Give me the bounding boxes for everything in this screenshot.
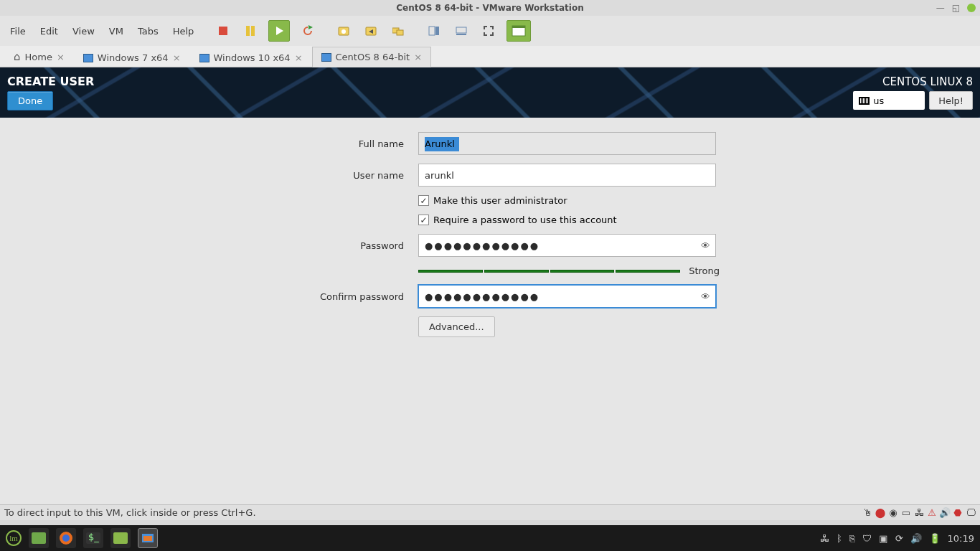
firefox-icon[interactable]	[56, 528, 76, 548]
host-window-title: CentOS 8 64-bit - VMware Workstation	[396, 3, 583, 13]
tab-label: Windows 7 x64	[98, 52, 169, 63]
taskbar-clock[interactable]: 10:19	[948, 533, 974, 544]
vm-thumbnails-button[interactable]	[452, 22, 471, 40]
username-label: User name	[260, 170, 404, 181]
vm-fullscreen-button[interactable]	[479, 22, 498, 40]
admin-checkbox-label: Make this user administrator	[433, 195, 567, 206]
host-maximize-icon[interactable]: ◱	[952, 3, 960, 13]
volume-tray-icon[interactable]: 🔊	[910, 533, 922, 544]
anaconda-header: CREATE USER Done CENTOS LINUX 8 us Help!	[0, 67, 980, 118]
vm-snapshot-manager-button[interactable]	[389, 22, 407, 40]
status-mouse-icon: 🖱	[862, 508, 872, 518]
svg-marker-4	[308, 25, 313, 29]
status-net-icon[interactable]: 🖧	[914, 508, 924, 518]
vm-snapshot-revert-button[interactable]	[362, 22, 380, 40]
network-tray-icon[interactable]: 🖧	[820, 533, 829, 544]
require-password-checkbox-label: Require a password to use this account	[433, 215, 617, 225]
require-password-checkbox-row[interactable]: Require a password to use this account	[418, 215, 720, 225]
tab-windows7[interactable]: Windows 7 x64 ×	[74, 47, 190, 67]
status-usb-icon[interactable]: ⚠	[927, 508, 937, 518]
status-disk-icon[interactable]: ⬤	[875, 508, 885, 518]
reveal-confirm-password-icon[interactable]: 👁	[701, 291, 710, 302]
host-close-icon[interactable]	[967, 4, 976, 12]
status-sound-icon[interactable]: 🔊	[940, 508, 950, 518]
advanced-button[interactable]: Advanced...	[418, 316, 495, 337]
reveal-password-icon[interactable]: 👁	[701, 240, 710, 251]
vm-icon	[83, 54, 93, 62]
menu-view[interactable]: View	[67, 23, 100, 39]
help-button[interactable]: Help!	[929, 91, 973, 110]
status-display-icon[interactable]: 🖵	[966, 508, 976, 518]
admin-checkbox-row[interactable]: Make this user administrator	[418, 195, 720, 206]
svg-rect-2	[251, 26, 255, 36]
tab-windows10[interactable]: Windows 10 x64 ×	[190, 47, 312, 67]
status-cd-icon[interactable]: ◉	[888, 508, 898, 518]
menu-file[interactable]: File	[4, 23, 32, 39]
refresh-tray-icon[interactable]: ⟳	[895, 533, 903, 544]
guest-display[interactable]: CREATE USER Done CENTOS LINUX 8 us Help!…	[0, 67, 980, 504]
start-menu-icon[interactable]: lm	[6, 530, 22, 546]
tab-close-icon[interactable]: ×	[414, 52, 422, 62]
done-button[interactable]: Done	[7, 91, 53, 110]
menu-tabs[interactable]: Tabs	[132, 23, 164, 39]
vm-icon	[199, 54, 209, 62]
confirm-password-input[interactable]	[418, 285, 716, 308]
tab-label: Home	[25, 52, 52, 62]
status-floppy-icon[interactable]: ▭	[901, 508, 911, 518]
svg-rect-13	[456, 27, 466, 33]
disk-tray-icon[interactable]: ▣	[879, 533, 887, 544]
menu-vm[interactable]: VM	[103, 23, 129, 39]
updates-tray-icon[interactable]: ⎘	[849, 533, 855, 544]
password-strength-meter	[418, 270, 680, 273]
menu-help[interactable]: Help	[167, 23, 200, 39]
keyboard-layout-label: us	[873, 95, 884, 106]
tab-centos8[interactable]: CentOS 8 64-bit ×	[312, 47, 432, 67]
vm-power-off-button[interactable]	[214, 22, 232, 40]
host-titlebar: CentOS 8 64-bit - VMware Workstation — ◱	[0, 0, 980, 16]
tab-home[interactable]: Home ×	[4, 45, 74, 67]
vmware-taskbar-icon[interactable]	[138, 528, 158, 548]
vm-power-on-button[interactable]	[268, 20, 290, 42]
svg-rect-24	[143, 536, 152, 541]
file-manager-icon[interactable]	[29, 528, 49, 548]
shield-tray-icon[interactable]: 🛡	[862, 533, 872, 544]
menu-edit[interactable]: Edit	[34, 23, 64, 39]
vm-unity-button[interactable]	[507, 20, 531, 42]
svg-rect-10	[397, 30, 403, 35]
keyboard-indicator[interactable]: us	[853, 91, 925, 110]
status-printer-icon[interactable]: ⬣	[953, 508, 963, 518]
svg-rect-14	[456, 34, 466, 35]
terminal-icon[interactable]: $_	[83, 528, 103, 548]
tab-close-icon[interactable]: ×	[57, 52, 65, 62]
vmware-status-hint: To direct input to this VM, click inside…	[4, 507, 256, 518]
svg-point-19	[62, 534, 70, 542]
vm-snapshot-take-button[interactable]	[334, 22, 353, 40]
files-icon[interactable]	[110, 528, 131, 548]
require-password-checkbox[interactable]	[418, 215, 429, 225]
battery-tray-icon[interactable]: 🔋	[929, 533, 941, 544]
password-label: Password	[260, 240, 404, 251]
admin-checkbox[interactable]	[418, 195, 429, 206]
tab-close-icon[interactable]: ×	[173, 52, 181, 63]
svg-rect-11	[429, 27, 435, 35]
vmware-menubar: File Edit View VM Tabs Help	[0, 16, 980, 46]
vmware-tabbar: Home × Windows 7 x64 × Windows 10 x64 × …	[0, 46, 980, 67]
fullname-input[interactable]	[418, 132, 716, 155]
svg-point-6	[341, 29, 346, 34]
vm-show-console-button[interactable]	[425, 22, 443, 40]
vm-restart-button[interactable]	[298, 22, 317, 40]
svg-rect-1	[246, 26, 250, 36]
tab-close-icon[interactable]: ×	[295, 52, 303, 63]
vm-suspend-button[interactable]	[241, 22, 260, 40]
svg-marker-3	[276, 27, 283, 35]
svg-rect-17	[32, 532, 46, 544]
fullname-label: Full name	[260, 138, 404, 149]
password-input[interactable]	[418, 234, 716, 257]
tab-label: Windows 10 x64	[214, 52, 291, 63]
home-icon	[14, 50, 21, 63]
svg-rect-16	[512, 26, 525, 28]
bluetooth-tray-icon[interactable]: ᛒ	[837, 533, 842, 544]
host-minimize-icon[interactable]: —	[936, 3, 945, 13]
create-user-form: Full name User name Make this user admin…	[260, 132, 720, 337]
username-input[interactable]	[418, 164, 716, 187]
